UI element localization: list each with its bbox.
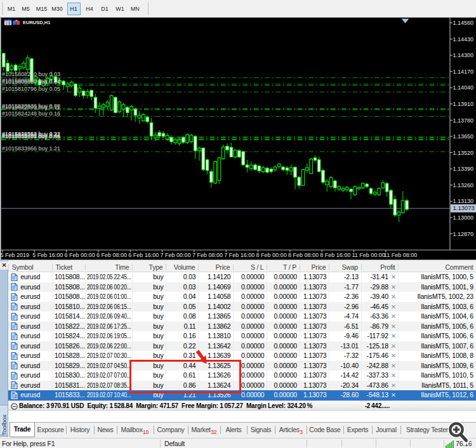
svg-text:8 Feb 00:00: 8 Feb 00:00 xyxy=(256,252,287,258)
svg-text:1.14170: 1.14170 xyxy=(453,69,474,75)
svg-text:1.13000: 1.13000 xyxy=(453,214,474,221)
svg-text:1.14040: 1.14040 xyxy=(453,84,474,91)
svg-text:6 Feb 16:00: 6 Feb 16:00 xyxy=(128,252,159,258)
svg-text:#1015808210 buy 0.03: #1015808210 buy 0.03 xyxy=(2,71,60,77)
svg-text:5 Feb 16:00: 5 Feb 16:00 xyxy=(32,252,63,258)
svg-text:1.12870: 1.12870 xyxy=(453,231,474,237)
svg-text:#1015822093 buy 0.11: #1015822093 buy 0.11 xyxy=(2,104,60,110)
svg-text:#1015833966 buy 1.21: #1015833966 buy 1.21 xyxy=(2,145,60,152)
svg-text:1.13780: 1.13780 xyxy=(453,117,474,124)
svg-text:1.13130: 1.13130 xyxy=(453,198,474,204)
svg-text:Toolbox: Toolbox xyxy=(1,414,8,435)
svg-text:1.13520: 1.13520 xyxy=(453,150,474,156)
svg-text:1.13390: 1.13390 xyxy=(453,166,474,172)
svg-text:7 Feb 00:00: 7 Feb 00:00 xyxy=(161,252,191,258)
svg-text:11 Feb 00:00: 11 Feb 00:00 xyxy=(352,252,385,258)
svg-text:5 Feb 2019: 5 Feb 2019 xyxy=(1,252,30,258)
svg-text:1.14300: 1.14300 xyxy=(453,52,474,58)
svg-text:#1015824248 buy 0.16: #1015824248 buy 0.16 xyxy=(2,110,60,117)
svg-text:#1015810796 buy 0.05: #1015810796 buy 0.05 xyxy=(2,86,60,92)
svg-text:#1015831189 buy 0.86: #1015831189 buy 0.86 xyxy=(2,133,60,140)
svg-text:1.13650: 1.13650 xyxy=(453,133,474,140)
svg-text:6 Feb 00:00: 6 Feb 00:00 xyxy=(65,252,95,258)
svg-text:7 Feb 08:00: 7 Feb 08:00 xyxy=(192,252,223,258)
svg-text:1.14430: 1.14430 xyxy=(453,36,474,43)
svg-text:1.14560: 1.14560 xyxy=(453,20,474,26)
svg-text:#1015808667 buy 0.04: #1015808667 buy 0.04 xyxy=(2,79,60,85)
svg-text:EURUSD,H1: EURUSD,H1 xyxy=(23,20,50,25)
svg-text:11 Feb 08:00: 11 Feb 08:00 xyxy=(384,252,417,258)
svg-text:1.13260: 1.13260 xyxy=(453,182,474,188)
svg-text:6 Feb 08:00: 6 Feb 08:00 xyxy=(96,252,127,258)
svg-text:8 Feb 08:00: 8 Feb 08:00 xyxy=(288,252,319,258)
svg-text:7 Feb 16:00: 7 Feb 16:00 xyxy=(224,252,255,258)
svg-text:1.13910: 1.13910 xyxy=(453,101,474,107)
svg-text:1.13073: 1.13073 xyxy=(453,204,475,211)
svg-text:8 Feb 16:00: 8 Feb 16:00 xyxy=(320,252,350,258)
